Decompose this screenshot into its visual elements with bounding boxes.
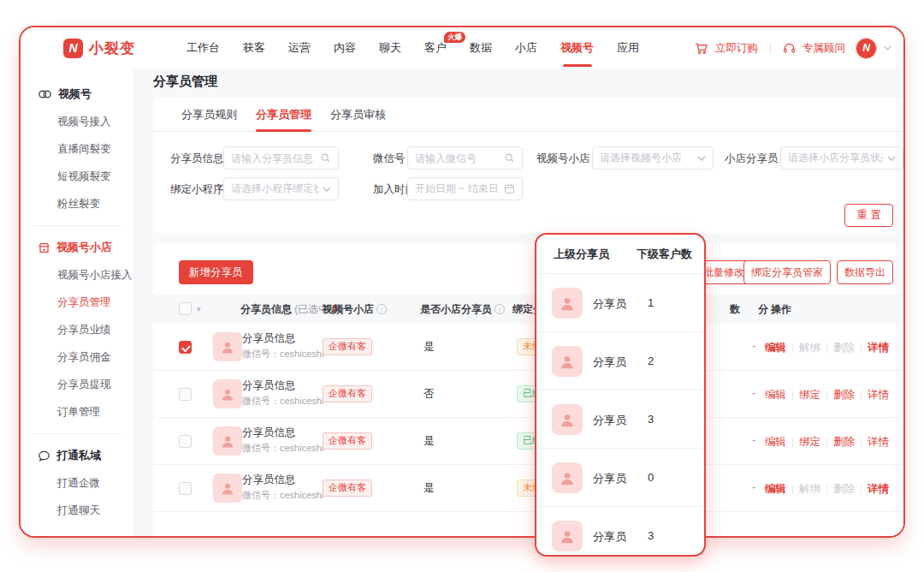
nav-item-2[interactable]: 获客 <box>243 27 265 69</box>
sidebar-item-fans-fission[interactable]: 粉丝裂变 <box>21 190 133 217</box>
sidebar-item-channels-access[interactable]: 视频号接入 <box>21 108 133 135</box>
info-icon[interactable] <box>495 304 505 314</box>
subscribe-link[interactable]: 立即订购 <box>715 41 758 56</box>
sidebar-section-private[interactable]: 打通私域 <box>21 442 133 469</box>
wechat-search-input[interactable] <box>415 152 500 164</box>
tab-sharer-management[interactable]: 分享员管理 <box>256 98 311 131</box>
nav-item-1[interactable]: 工作台 <box>187 27 220 69</box>
column-header-shop: 视频号小店 <box>323 295 387 324</box>
sidebar-item-order-management[interactable]: 订单管理 <box>21 398 133 426</box>
nav-item-6[interactable]: 客户 火爆 <box>424 27 447 69</box>
delete-link: 删除 <box>833 341 855 355</box>
sidebar-divider <box>33 433 121 434</box>
row-checkbox[interactable] <box>179 341 192 354</box>
sidebar-item-connect-wecom[interactable]: 打通企微 <box>21 469 133 497</box>
is-shop-sharer-value: 否 <box>424 387 435 402</box>
sidebar: 视频号 视频号接入 直播间裂变 短视频裂变 粉丝裂变 视频号小店 视频号小店接入… <box>21 69 134 536</box>
shop-icon <box>38 241 50 254</box>
detail-link[interactable]: 详情 <box>868 388 889 402</box>
sharer-name: 分享员信息 <box>242 473 296 487</box>
column-header-fragment-share: 分 <box>758 295 768 324</box>
nav-item-8[interactable]: 小店 <box>515 27 537 69</box>
popup-row: 分享员 0 <box>536 449 704 507</box>
delete-link[interactable]: 删除 <box>833 388 855 402</box>
row-checkbox[interactable] <box>179 482 192 495</box>
info-icon[interactable] <box>376 304 387 314</box>
calendar-icon <box>504 183 515 194</box>
sidebar-item-sharer-commission[interactable]: 分享员佣金 <box>21 343 133 371</box>
shop-member-select[interactable]: 请选择小店分享员状态 <box>780 146 903 170</box>
sidebar-item-shop-access[interactable]: 视频号小店接入 <box>21 261 133 289</box>
bind-manager-button[interactable]: 绑定分享员管家 <box>743 260 831 284</box>
nav-item-3[interactable]: 运营 <box>288 27 311 69</box>
sidebar-item-connect-chat[interactable]: 打通聊天 <box>21 497 133 524</box>
filter-label-mini-program: 绑定小程序 <box>170 182 224 197</box>
sidebar-section-channels[interactable]: 视频号 <box>21 80 133 108</box>
member-info-search-input[interactable] <box>231 152 316 164</box>
delete-link[interactable]: 删除 <box>833 435 855 450</box>
avatar <box>552 346 583 377</box>
sidebar-item-sharer-performance[interactable]: 分享员业绩 <box>21 316 133 343</box>
detail-link[interactable]: 详情 <box>868 341 889 355</box>
tab-bar: 分享员规则 分享员管理 分享员审核 <box>153 98 903 132</box>
tab-sharer-review[interactable]: 分享员审核 <box>330 98 386 131</box>
search-icon <box>504 152 515 164</box>
nav-item-10[interactable]: 应用 <box>617 27 639 69</box>
top-navbar: N 小裂变 工作台 获客 运营 内容 聊天 客户 火爆 数据 小店 视频号 应用… <box>21 27 903 69</box>
superior-sharer-popup: 上级分享员 下级客户数 分享员 1 分享员 2 分享员 3 分享员 0 分享员 … <box>535 233 706 557</box>
mini-program-select[interactable]: 请选择小程序绑定状态 <box>223 177 339 200</box>
sidebar-item-sharer-withdraw[interactable]: 分享员提现 <box>21 371 133 398</box>
popup-sharer-name: 分享员 <box>593 471 626 486</box>
select-caret-icon[interactable] <box>197 295 201 324</box>
table-row: 分享员信息 微信号：ceshiceshi 企微有客 是 未绑定 - 编辑解绑删除… <box>153 465 903 512</box>
popup-col-superior: 上级分享员 <box>554 247 609 262</box>
nav-item-7[interactable]: 数据 <box>470 27 492 69</box>
reset-button[interactable]: 重 置 <box>844 204 893 227</box>
member-info-search-field[interactable] <box>223 146 339 170</box>
detail-link[interactable]: 详情 <box>868 435 889 450</box>
popup-customer-count: 2 <box>648 355 654 367</box>
table-row: 分享员信息 微信号：ceshiceshi 企微有客 是 已绑定 - 编辑绑定删除… <box>153 418 903 465</box>
table-header: 分享员信息 (已选中 0 ) 视频号小店 是否小店分享员 绑定分享员小程序 数 … <box>153 295 903 324</box>
select-all-checkbox[interactable] <box>179 302 192 315</box>
filter-label-wechat: 微信号 <box>373 152 406 166</box>
edit-link[interactable]: 编辑 <box>765 341 786 355</box>
nav-item-9-active[interactable]: 视频号 <box>560 27 594 69</box>
nav-item-4[interactable]: 内容 <box>334 27 356 69</box>
is-shop-sharer-value: 是 <box>424 481 435 496</box>
bind-link[interactable]: 绑定 <box>799 388 820 402</box>
table-row: 分享员信息 微信号：ceshiceshi 企微有客 是 未绑定 - 编辑解绑删除… <box>153 324 903 371</box>
shop-select[interactable]: 请选择视频号小店 <box>592 146 714 170</box>
sidebar-item-live-fission[interactable]: 直播间裂变 <box>21 135 133 163</box>
nav-divider <box>770 43 771 54</box>
is-shop-sharer-value: 是 <box>424 340 435 355</box>
avatar <box>213 474 242 503</box>
detail-link[interactable]: 详情 <box>868 482 889 497</box>
wechat-search-field[interactable] <box>407 146 523 170</box>
export-button[interactable]: 数据导出 <box>837 260 893 284</box>
popup-header: 上级分享员 下级客户数 <box>536 235 704 274</box>
row-checkbox[interactable] <box>179 435 192 448</box>
join-time-range-field[interactable]: 开始日期 ~ 结束日期 <box>407 177 523 200</box>
row-checkbox[interactable] <box>179 388 192 401</box>
popup-customer-count: 3 <box>648 529 654 542</box>
popup-row: 分享员 2 <box>536 332 704 390</box>
headset-icon <box>783 42 796 55</box>
sidebar-section-shop[interactable]: 视频号小店 <box>21 234 133 261</box>
nav-item-5[interactable]: 聊天 <box>379 27 401 69</box>
popup-customer-count: 1 <box>648 296 654 309</box>
edit-link[interactable]: 编辑 <box>765 482 786 497</box>
row-actions: 编辑解绑删除详情 <box>765 482 889 497</box>
edit-link[interactable]: 编辑 <box>765 388 786 402</box>
column-header-is-sharer: 是否小店分享员 <box>420 295 505 324</box>
add-sharer-button[interactable]: 新增分享员 <box>179 260 253 284</box>
chevron-down-icon[interactable] <box>884 45 891 51</box>
sidebar-item-video-fission[interactable]: 短视频裂变 <box>21 163 133 190</box>
edit-link[interactable]: 编辑 <box>765 435 786 450</box>
bind-link[interactable]: 绑定 <box>799 435 820 450</box>
sharer-name: 分享员信息 <box>242 331 296 346</box>
sidebar-item-sharer-management[interactable]: 分享员管理 <box>21 289 133 316</box>
user-avatar[interactable]: N <box>856 38 877 59</box>
tab-sharer-rules[interactable]: 分享员规则 <box>181 98 237 131</box>
advisor-link[interactable]: 专属顾问 <box>803 41 845 56</box>
